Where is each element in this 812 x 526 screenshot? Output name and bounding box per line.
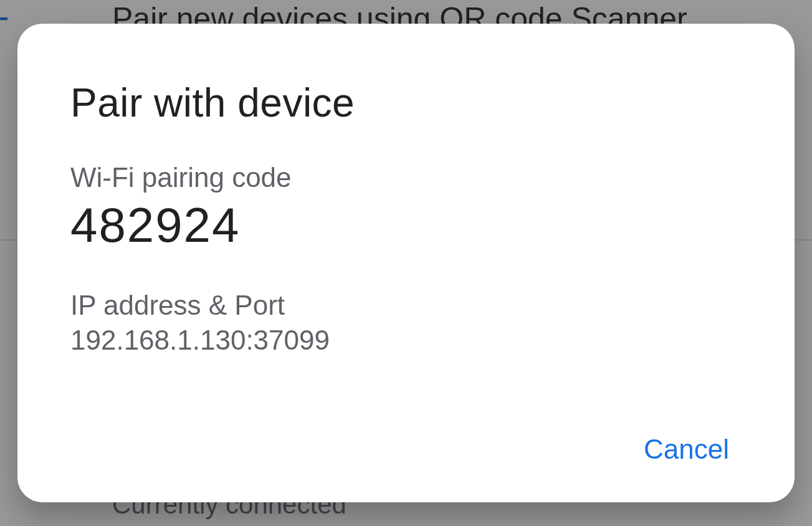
- dialog-title: Pair with device: [70, 80, 742, 126]
- cancel-button[interactable]: Cancel: [631, 428, 742, 471]
- pair-with-device-dialog: Pair with device Wi-Fi pairing code 4829…: [17, 24, 795, 502]
- ip-port-value: 192.168.1.130:37099: [70, 325, 742, 356]
- ip-port-label: IP address & Port: [70, 290, 742, 321]
- dialog-actions: Cancel: [631, 428, 742, 471]
- pairing-code-value: 482924: [70, 197, 742, 254]
- pairing-code-label: Wi-Fi pairing code: [70, 162, 742, 193]
